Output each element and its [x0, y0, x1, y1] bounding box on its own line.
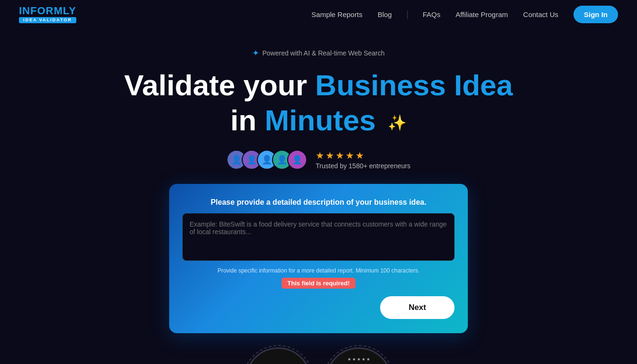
hero-your: your [244, 69, 307, 101]
hero-minutes: Minutes [264, 104, 375, 136]
powered-sparkle-icon: ✦ [252, 48, 259, 58]
c-star-1: ★ [347, 357, 351, 362]
hero-section: ✦ Powered with AI & Real-time Web Search… [0, 29, 637, 364]
trust-row: 👤 👤 👤 👤 👤 ★ ★ ★ ★ ★ Trusted by 1580+ ent… [9, 150, 628, 170]
confidentiality-badge: ★ ★ ★ ★ ★ 🛡 100% CONFIDENTIALITY GUARANT… [326, 347, 392, 364]
star-2: ★ [326, 150, 334, 161]
form-label: Please provide a detailed description of… [182, 198, 455, 207]
form-error-badge: This field is required! [282, 278, 355, 289]
badges-row: ★ ★ ★ ★ ★ SATISFACTION 100% GUARANTEE ★ … [9, 347, 628, 364]
nav-blog[interactable]: Blog [378, 10, 392, 18]
trust-text: Trusted by 1580+ entrepreneurs [316, 162, 410, 170]
trust-info: ★ ★ ★ ★ ★ Trusted by 1580+ entrepreneurs [316, 150, 410, 170]
logo-brand-accent: LY [63, 5, 76, 17]
logo[interactable]: INFORMLY IDEA VALIDATOR [19, 6, 76, 23]
logo-brand-main: INFORM [19, 5, 63, 17]
nav-affiliate[interactable]: Affiliate Program [455, 10, 508, 18]
nav-sample-reports[interactable]: Sample Reports [311, 10, 363, 18]
stars-row: ★ ★ ★ ★ ★ [316, 150, 410, 161]
c-star-5: ★ [366, 357, 370, 362]
avatars-group: 👤 👤 👤 👤 👤 [227, 150, 307, 170]
nav-contact[interactable]: Contact Us [523, 10, 558, 18]
satisfaction-badge: ★ ★ ★ ★ ★ SATISFACTION 100% GUARANTEE [245, 347, 311, 364]
form-hint: Provide specific information for a more … [182, 267, 455, 274]
next-button[interactable]: Next [380, 296, 455, 319]
logo-text: INFORMLY [19, 6, 76, 16]
c-star-3: ★ [357, 357, 361, 362]
hero-line2: in Minutes ✨ [9, 103, 628, 138]
star-4: ★ [346, 150, 354, 161]
conf-badge-stars: ★ ★ ★ ★ ★ [347, 357, 370, 362]
nav-links: Sample Reports Blog FAQs Affiliate Progr… [311, 6, 618, 23]
form-card: Please provide a detailed description of… [169, 184, 468, 333]
c-star-4: ★ [362, 357, 365, 362]
powered-badge: ✦ Powered with AI & Real-time Web Search [252, 48, 384, 58]
nav-separator [407, 10, 408, 19]
sign-in-button[interactable]: Sign In [573, 6, 618, 23]
hero-title: Validate your Business Idea in Minutes ✨ [9, 68, 628, 138]
c-star-2: ★ [352, 357, 356, 362]
hero-business-idea: Business Idea [315, 69, 513, 101]
nav-faqs[interactable]: FAQs [423, 10, 441, 18]
hero-sparkle-icon: ✨ [388, 114, 407, 131]
business-idea-textarea[interactable] [182, 213, 455, 261]
logo-badge: IDEA VALIDATOR [19, 17, 76, 23]
star-5: ★ [355, 150, 364, 161]
powered-text: Powered with AI & Real-time Web Search [262, 49, 384, 57]
star-3: ★ [336, 150, 344, 161]
avatar-5: 👤 [287, 150, 307, 170]
navbar: INFORMLY IDEA VALIDATOR Sample Reports B… [0, 0, 637, 29]
hero-in: in [230, 104, 256, 136]
hero-validate: Validate [124, 69, 235, 101]
star-1: ★ [316, 150, 324, 161]
form-footer: Next [182, 296, 455, 319]
